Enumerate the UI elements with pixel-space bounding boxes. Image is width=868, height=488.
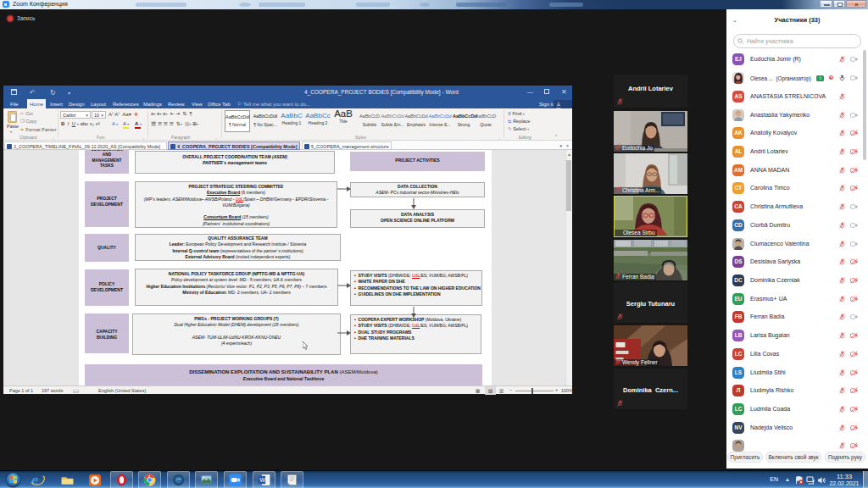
svg-text:W: W xyxy=(259,477,265,483)
